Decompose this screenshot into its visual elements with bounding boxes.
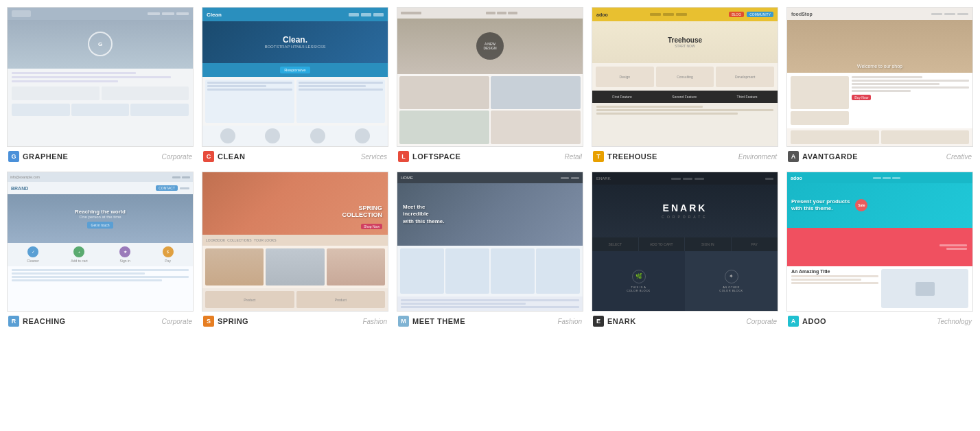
theme-name-group-reaching: R REACHING — [8, 316, 66, 327]
theme-category-reaching: Corporate — [162, 318, 192, 325]
theme-name-enark: ENARK — [607, 317, 636, 325]
theme-name-graphene: GRAPHENE — [23, 152, 68, 161]
theme-icon-reaching: R — [8, 316, 19, 327]
theme-category-treehouse: Environment — [738, 153, 777, 161]
theme-card-clean[interactable]: Clean Clean. BOOTSTRAP HTML5 LESS/CSS Re… — [202, 7, 388, 163]
theme-name-group-adoo: A ADOO — [788, 316, 826, 327]
theme-preview-enark[interactable]: ENARK ENARK CORPORATE SELECT — [592, 172, 778, 312]
theme-info-clean: C CLEAN Services — [202, 147, 388, 163]
theme-preview-treehouse[interactable]: adoo BLOG COMMUNITY Treehouse START NOW … — [592, 7, 778, 147]
theme-name-group-clean: C CLEAN — [203, 151, 245, 162]
theme-info-loftspace: L LOFTSPACE Retail — [397, 147, 583, 163]
theme-category-avantgarde: Creative — [946, 153, 972, 161]
theme-info-enark: E ENARK Corporate — [592, 312, 778, 328]
theme-preview-reaching[interactable]: info@example.com BRAND CONTACT Reaching … — [7, 172, 194, 312]
theme-preview-spring[interactable]: SPRINGCOLLECTION Shop Now LOOKBOOK COLLE… — [202, 172, 388, 312]
theme-name-loftspace: LOFTSPACE — [412, 152, 460, 161]
theme-name-group-enark: E ENARK — [593, 316, 636, 327]
theme-info-avantgarde: A AVANTGARDE Creative — [786, 147, 973, 163]
theme-category-clean: Services — [361, 153, 387, 161]
theme-name-treehouse: TREEHOUSE — [607, 152, 657, 161]
theme-icon-adoo: A — [788, 316, 799, 327]
theme-info-spring: S SPRING Fashion — [202, 312, 388, 328]
theme-card-meet[interactable]: HOME Meet theincrediblewith this theme. — [397, 172, 583, 328]
theme-category-enark: Corporate — [747, 318, 777, 325]
theme-name-spring: SPRING — [218, 317, 248, 325]
theme-preview-meet[interactable]: HOME Meet theincrediblewith this theme. — [397, 172, 583, 312]
theme-card-treehouse[interactable]: adoo BLOG COMMUNITY Treehouse START NOW … — [592, 7, 778, 163]
theme-icon-clean: C — [203, 151, 214, 162]
theme-card-avantgarde[interactable]: foodStop Welcome to our shop — [786, 7, 973, 163]
theme-name-adoo: ADOO — [802, 317, 826, 325]
theme-info-adoo: A ADOO Technology — [786, 312, 973, 328]
theme-icon-loftspace: L — [398, 151, 409, 162]
theme-preview-avantgarde[interactable]: foodStop Welcome to our shop — [786, 7, 973, 147]
theme-name-group-avantgarde: A AVANTGARDE — [788, 151, 858, 162]
theme-name-avantgarde: AVANTGARDE — [802, 152, 858, 161]
theme-icon-enark: E — [593, 316, 604, 327]
theme-name-group-loftspace: L LOFTSPACE — [398, 151, 460, 162]
theme-info-treehouse: T TREEHOUSE Environment — [592, 147, 778, 163]
theme-icon-meet: M — [398, 316, 409, 327]
theme-card-adoo[interactable]: adoo Present your productswith this them… — [786, 172, 973, 328]
theme-preview-adoo[interactable]: adoo Present your productswith this them… — [786, 172, 973, 312]
theme-info-meet: M MEET THEME Fashion — [397, 312, 583, 328]
theme-name-reaching: REACHING — [23, 317, 66, 325]
theme-card-graphene[interactable]: G — [7, 7, 194, 163]
theme-card-enark[interactable]: ENARK ENARK CORPORATE SELECT — [592, 172, 778, 328]
theme-name-group-graphene: G GRAPHENE — [8, 151, 68, 162]
theme-category-loftspace: Retail — [564, 153, 582, 161]
theme-name-clean: CLEAN — [218, 152, 245, 161]
theme-info-reaching: R REACHING Corporate — [7, 312, 194, 328]
theme-preview-loftspace[interactable]: A NEWDESIGN — [397, 7, 583, 147]
theme-card-loftspace[interactable]: A NEWDESIGN L LOFTSPACE Retail — [397, 7, 583, 163]
theme-category-graphene: Corporate — [162, 153, 192, 161]
theme-card-spring[interactable]: SPRINGCOLLECTION Shop Now LOOKBOOK COLLE… — [202, 172, 388, 328]
theme-card-reaching[interactable]: info@example.com BRAND CONTACT Reaching … — [7, 172, 194, 328]
theme-grid: G — [7, 7, 973, 328]
theme-icon-treehouse: T — [593, 151, 604, 162]
theme-name-meet: MEET THEME — [412, 317, 465, 325]
theme-preview-graphene[interactable]: G — [7, 7, 194, 147]
theme-name-group-meet: M MEET THEME — [398, 316, 465, 327]
theme-name-group-treehouse: T TREEHOUSE — [593, 151, 657, 162]
theme-icon-graphene: G — [8, 151, 19, 162]
theme-icon-spring: S — [203, 316, 214, 327]
theme-preview-clean[interactable]: Clean Clean. BOOTSTRAP HTML5 LESS/CSS Re… — [202, 7, 388, 147]
theme-info-graphene: G GRAPHENE Corporate — [7, 147, 194, 163]
theme-category-adoo: Technology — [937, 318, 972, 325]
theme-category-meet: Fashion — [557, 318, 582, 325]
theme-icon-avantgarde: A — [788, 151, 799, 162]
theme-category-spring: Fashion — [362, 318, 387, 325]
theme-name-group-spring: S SPRING — [203, 316, 248, 327]
